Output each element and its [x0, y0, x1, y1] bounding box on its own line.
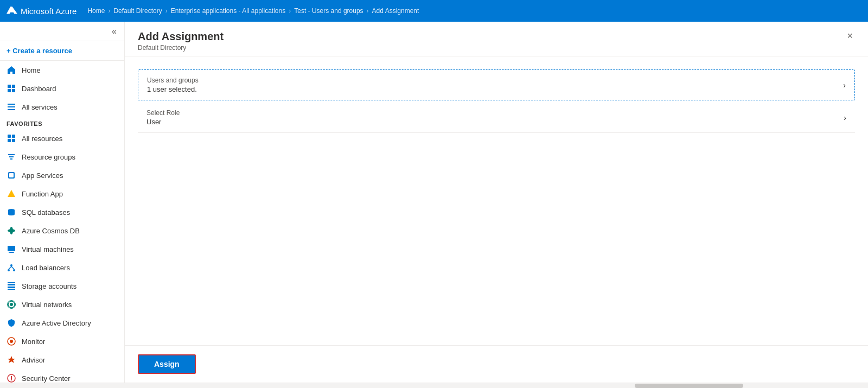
sidebar-item-virtual-machines[interactable]: Virtual machines [0, 240, 124, 258]
sidebar-item-create-resource[interactable]: + Create a resource [0, 41, 124, 61]
panel-subtitle: Default Directory [138, 44, 224, 52]
close-button[interactable]: × [845, 28, 855, 44]
sidebar-item-advisor[interactable]: Advisor [0, 351, 124, 369]
bottom-scrollbar-thumb [635, 384, 743, 388]
app-services-icon [7, 170, 16, 180]
users-groups-chevron: › [843, 81, 846, 90]
sidebar-collapse: « [0, 22, 124, 41]
aad-icon [7, 318, 16, 328]
svg-rect-20 [9, 252, 14, 253]
sidebar-item-cosmos-db[interactable]: Azure Cosmos DB [0, 221, 124, 240]
cosmos-icon [7, 226, 16, 236]
security-icon [7, 373, 16, 383]
home-icon [7, 65, 16, 75]
sidebar-item-dashboard[interactable]: Dashboard [0, 79, 124, 98]
dashboard-icon [7, 84, 16, 93]
breadcrumb-default-directory[interactable]: Default Directory [113, 7, 162, 15]
sidebar-scroll[interactable]: + Create a resource Home Dashboard [0, 41, 124, 383]
svg-rect-9 [8, 139, 11, 142]
svg-rect-5 [8, 106, 15, 107]
sidebar-item-azure-ad[interactable]: Azure Active Directory [0, 314, 124, 332]
svg-rect-26 [8, 284, 15, 285]
svg-rect-2 [8, 89, 11, 92]
sidebar-label-home: Home [22, 66, 41, 74]
users-groups-label: Users and groups [147, 77, 199, 84]
breadcrumb-test-users[interactable]: Test - Users and groups [294, 7, 363, 15]
svg-rect-6 [8, 109, 15, 110]
svg-rect-28 [8, 282, 15, 283]
sidebar-label-virtual-machines: Virtual machines [22, 245, 74, 253]
sidebar-item-load-balancers[interactable]: Load balancers [0, 258, 124, 277]
select-role-chevron: › [844, 113, 846, 122]
breadcrumb-enterprise-apps[interactable]: Enterprise applications - All applicatio… [171, 7, 285, 15]
resource-groups-icon [7, 152, 16, 162]
all-resources-icon [7, 133, 16, 143]
sidebar-item-resource-groups[interactable]: Resource groups [0, 148, 124, 166]
breadcrumb-home[interactable]: Home [87, 7, 105, 15]
sidebar-label-azure-ad: Azure Active Directory [22, 319, 91, 327]
sidebar-label-monitor: Monitor [22, 338, 45, 346]
favorites-section: FAVORITES [0, 116, 124, 129]
sidebar-label-virtual-networks: Virtual networks [22, 301, 72, 309]
svg-rect-3 [12, 89, 15, 92]
sidebar-label-sql-databases: SQL databases [22, 208, 70, 217]
svg-rect-27 [8, 287, 15, 288]
list-icon [7, 102, 16, 112]
breadcrumb: Home › Default Directory › Enterprise ap… [87, 7, 861, 15]
vnet-icon [7, 300, 16, 309]
svg-rect-29 [8, 289, 15, 290]
svg-rect-8 [12, 135, 15, 138]
select-role-value: User [146, 118, 180, 126]
svg-rect-4 [8, 104, 15, 105]
sidebar-item-virtual-networks[interactable]: Virtual networks [0, 295, 124, 314]
svg-point-34 [10, 340, 13, 343]
lb-icon [7, 263, 16, 272]
users-groups-section[interactable]: Users and groups 1 user selected. › [138, 69, 855, 100]
sidebar-item-security-center[interactable]: Security Center [0, 369, 124, 383]
sidebar-label-advisor: Advisor [22, 356, 45, 364]
select-role-section[interactable]: Select Role User › [138, 103, 855, 133]
function-app-icon [7, 189, 16, 199]
sidebar-item-all-resources[interactable]: All resources [0, 129, 124, 148]
sidebar-label-cosmos-db: Azure Cosmos DB [22, 227, 80, 235]
svg-rect-7 [8, 135, 11, 138]
svg-point-22 [8, 269, 10, 271]
svg-rect-1 [12, 85, 15, 88]
sidebar-label-storage-accounts: Storage accounts [22, 282, 76, 290]
main-panel: Add Assignment Default Directory × Users… [125, 22, 868, 383]
sidebar-item-monitor[interactable]: Monitor [0, 332, 124, 351]
svg-point-17 [10, 230, 12, 232]
vm-icon [7, 244, 16, 254]
sidebar-item-storage-accounts[interactable]: Storage accounts [0, 277, 124, 295]
sidebar-item-app-services[interactable]: App Services [0, 166, 124, 185]
sidebar-label-all-resources: All resources [22, 135, 62, 143]
top-bar: Microsoft Azure Home › Default Directory… [0, 0, 868, 22]
sidebar-label-dashboard: Dashboard [22, 85, 56, 93]
panel-body: Users and groups 1 user selected. › Sele… [125, 56, 868, 345]
sidebar-item-function-app[interactable]: Function App [0, 185, 124, 203]
svg-line-24 [9, 266, 11, 269]
collapse-button[interactable]: « [110, 24, 119, 39]
sidebar-label-function-app: Function App [22, 190, 63, 198]
svg-line-25 [11, 266, 14, 269]
svg-rect-10 [12, 139, 15, 142]
sidebar-label-security-center: Security Center [22, 374, 71, 383]
sidebar-label-resource-groups: Resource groups [22, 153, 75, 161]
svg-marker-13 [8, 190, 15, 197]
create-resource-label: + Create a resource [7, 47, 72, 55]
advisor-icon [7, 355, 16, 365]
users-groups-value: 1 user selected. [147, 85, 199, 93]
sidebar-item-all-services[interactable]: All services [0, 98, 124, 116]
svg-rect-0 [8, 85, 11, 88]
svg-rect-18 [8, 246, 15, 251]
sidebar-item-home[interactable]: Home [0, 61, 124, 79]
assign-button[interactable]: Assign [138, 354, 196, 374]
svg-point-23 [13, 269, 15, 271]
sidebar-label-load-balancers: Load balancers [22, 264, 70, 272]
svg-point-21 [10, 264, 12, 266]
sql-icon [7, 207, 16, 217]
panel-title: Add Assignment [138, 30, 224, 43]
storage-icon [7, 281, 16, 291]
svg-rect-36 [11, 376, 12, 379]
sidebar-item-sql-databases[interactable]: SQL databases [0, 203, 124, 221]
